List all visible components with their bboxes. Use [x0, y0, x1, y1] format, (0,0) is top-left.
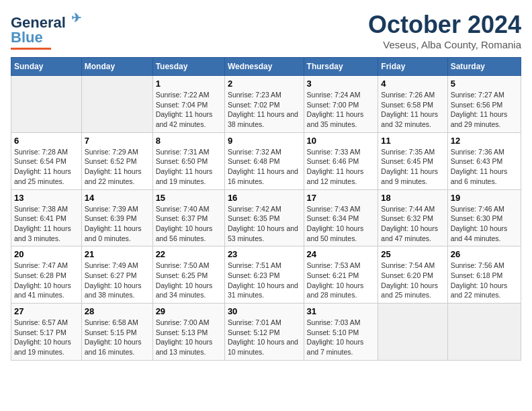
day-number: 24: [307, 249, 375, 259]
day-number: 15: [156, 193, 222, 203]
calendar-cell: 24 Sunrise: 7:53 AMSunset: 6:21 PMDaylig…: [304, 246, 378, 304]
calendar-cell: 7 Sunrise: 7:29 AMSunset: 6:52 PMDayligh…: [81, 132, 152, 189]
calendar-cell: 9 Sunrise: 7:32 AMSunset: 6:48 PMDayligh…: [224, 132, 304, 189]
day-detail: Sunrise: 7:42 AMSunset: 6:35 PMDaylight:…: [228, 204, 301, 244]
day-detail: Sunrise: 7:24 AMSunset: 7:00 PMDaylight:…: [307, 90, 375, 130]
day-number: 1: [156, 79, 222, 89]
calendar-cell: 14 Sunrise: 7:39 AMSunset: 6:39 PMDaylig…: [81, 189, 152, 246]
calendar-cell: 13 Sunrise: 7:38 AMSunset: 6:41 PMDaylig…: [11, 189, 82, 246]
calendar-cell: 25 Sunrise: 7:54 AMSunset: 6:20 PMDaylig…: [378, 246, 447, 304]
day-number: 11: [381, 136, 444, 146]
calendar-week-row: 20 Sunrise: 7:47 AMSunset: 6:28 PMDaylig…: [11, 246, 521, 304]
day-detail: Sunrise: 7:51 AMSunset: 6:23 PMDaylight:…: [228, 261, 301, 300]
calendar-cell: 23 Sunrise: 7:51 AMSunset: 6:23 PMDaylig…: [224, 246, 304, 304]
calendar-cell: 29 Sunrise: 7:00 AMSunset: 5:13 PMDaylig…: [152, 304, 224, 361]
location: Veseus, Alba County, Romania: [368, 39, 521, 50]
weekday-header-friday: Friday: [378, 58, 447, 76]
day-number: 5: [451, 79, 518, 89]
day-detail: Sunrise: 7:54 AMSunset: 6:20 PMDaylight:…: [381, 261, 444, 300]
day-number: 28: [85, 306, 150, 316]
calendar-cell: 21 Sunrise: 7:49 AMSunset: 6:27 PMDaylig…: [81, 246, 152, 304]
calendar-cell: 16 Sunrise: 7:42 AMSunset: 6:35 PMDaylig…: [224, 189, 304, 246]
day-number: 8: [156, 136, 222, 146]
title-section: October 2024 Veseus, Alba County, Romani…: [368, 11, 521, 50]
day-number: 4: [381, 79, 444, 89]
calendar-cell: [11, 76, 82, 133]
calendar-cell: 3 Sunrise: 7:24 AMSunset: 7:00 PMDayligh…: [304, 76, 378, 133]
calendar-week-row: 6 Sunrise: 7:28 AMSunset: 6:54 PMDayligh…: [11, 132, 521, 189]
calendar-cell: 26 Sunrise: 7:56 AMSunset: 6:18 PMDaylig…: [447, 246, 521, 304]
calendar-cell: 20 Sunrise: 7:47 AMSunset: 6:28 PMDaylig…: [11, 246, 82, 304]
weekday-header-wednesday: Wednesday: [224, 58, 304, 76]
day-detail: Sunrise: 7:03 AMSunset: 5:10 PMDaylight:…: [307, 318, 375, 357]
calendar-cell: 1 Sunrise: 7:22 AMSunset: 7:04 PMDayligh…: [152, 76, 224, 133]
logo-blue: Blue: [11, 29, 43, 46]
day-number: 14: [85, 193, 150, 203]
calendar-cell: [378, 304, 447, 361]
day-detail: Sunrise: 7:40 AMSunset: 6:37 PMDaylight:…: [156, 204, 222, 244]
day-number: 25: [381, 249, 444, 259]
calendar-cell: 5 Sunrise: 7:27 AMSunset: 6:56 PMDayligh…: [447, 76, 521, 133]
day-detail: Sunrise: 7:53 AMSunset: 6:21 PMDaylight:…: [307, 261, 375, 300]
day-detail: Sunrise: 7:33 AMSunset: 6:46 PMDaylight:…: [307, 147, 375, 187]
calendar-cell: 19 Sunrise: 7:46 AMSunset: 6:30 PMDaylig…: [447, 189, 521, 246]
calendar-cell: 11 Sunrise: 7:35 AMSunset: 6:45 PMDaylig…: [378, 132, 447, 189]
day-detail: Sunrise: 7:23 AMSunset: 7:02 PMDaylight:…: [228, 90, 301, 130]
day-number: 17: [307, 193, 375, 203]
weekday-header-thursday: Thursday: [304, 58, 378, 76]
day-number: 7: [85, 136, 150, 146]
day-detail: Sunrise: 7:43 AMSunset: 6:34 PMDaylight:…: [307, 204, 375, 244]
month-title: October 2024: [368, 11, 521, 39]
calendar-week-row: 1 Sunrise: 7:22 AMSunset: 7:04 PMDayligh…: [11, 76, 521, 133]
calendar-cell: [447, 304, 521, 361]
day-detail: Sunrise: 7:00 AMSunset: 5:13 PMDaylight:…: [156, 318, 222, 357]
weekday-header-sunday: Sunday: [11, 58, 82, 76]
calendar-week-row: 27 Sunrise: 6:57 AMSunset: 5:17 PMDaylig…: [11, 304, 521, 361]
logo-underline: [11, 48, 51, 50]
day-number: 6: [14, 136, 79, 146]
day-detail: Sunrise: 7:39 AMSunset: 6:39 PMDaylight:…: [85, 204, 150, 244]
day-number: 23: [228, 249, 301, 259]
calendar-table: SundayMondayTuesdayWednesdayThursdayFrid…: [11, 57, 521, 361]
day-detail: Sunrise: 7:35 AMSunset: 6:45 PMDaylight:…: [381, 147, 444, 187]
day-number: 2: [228, 79, 301, 89]
page-header: General ✈ Blue October 2024 Veseus, Alba…: [11, 11, 521, 50]
day-detail: Sunrise: 6:57 AMSunset: 5:17 PMDaylight:…: [14, 318, 79, 357]
day-number: 29: [156, 306, 222, 316]
day-detail: Sunrise: 7:49 AMSunset: 6:27 PMDaylight:…: [85, 261, 150, 300]
calendar-cell: 2 Sunrise: 7:23 AMSunset: 7:02 PMDayligh…: [224, 76, 304, 133]
day-number: 18: [381, 193, 444, 203]
day-detail: Sunrise: 6:58 AMSunset: 5:15 PMDaylight:…: [85, 318, 150, 357]
calendar-header-row: SundayMondayTuesdayWednesdayThursdayFrid…: [11, 58, 521, 76]
weekday-header-saturday: Saturday: [447, 58, 521, 76]
day-detail: Sunrise: 7:46 AMSunset: 6:30 PMDaylight:…: [451, 204, 518, 244]
calendar-cell: 22 Sunrise: 7:50 AMSunset: 6:25 PMDaylig…: [152, 246, 224, 304]
day-number: 10: [307, 136, 375, 146]
day-number: 19: [451, 193, 518, 203]
logo: General ✈ Blue: [11, 11, 81, 50]
day-number: 21: [85, 249, 150, 259]
day-number: 20: [14, 249, 79, 259]
day-number: 30: [228, 306, 301, 316]
day-detail: Sunrise: 7:56 AMSunset: 6:18 PMDaylight:…: [451, 261, 518, 300]
day-number: 9: [228, 136, 301, 146]
weekday-header-monday: Monday: [81, 58, 152, 76]
day-number: 16: [228, 193, 301, 203]
calendar-cell: 8 Sunrise: 7:31 AMSunset: 6:50 PMDayligh…: [152, 132, 224, 189]
weekday-header-tuesday: Tuesday: [152, 58, 224, 76]
calendar-cell: 10 Sunrise: 7:33 AMSunset: 6:46 PMDaylig…: [304, 132, 378, 189]
day-detail: Sunrise: 7:28 AMSunset: 6:54 PMDaylight:…: [14, 147, 79, 187]
calendar-cell: 18 Sunrise: 7:44 AMSunset: 6:32 PMDaylig…: [378, 189, 447, 246]
day-detail: Sunrise: 7:22 AMSunset: 7:04 PMDaylight:…: [156, 90, 222, 130]
day-number: 26: [451, 249, 518, 259]
calendar-week-row: 13 Sunrise: 7:38 AMSunset: 6:41 PMDaylig…: [11, 189, 521, 246]
calendar-cell: 31 Sunrise: 7:03 AMSunset: 5:10 PMDaylig…: [304, 304, 378, 361]
day-detail: Sunrise: 7:29 AMSunset: 6:52 PMDaylight:…: [85, 147, 150, 187]
day-detail: Sunrise: 7:47 AMSunset: 6:28 PMDaylight:…: [14, 261, 79, 300]
calendar-cell: 30 Sunrise: 7:01 AMSunset: 5:12 PMDaylig…: [224, 304, 304, 361]
day-detail: Sunrise: 7:32 AMSunset: 6:48 PMDaylight:…: [228, 147, 301, 187]
day-detail: Sunrise: 7:44 AMSunset: 6:32 PMDaylight:…: [381, 204, 444, 244]
day-detail: Sunrise: 7:26 AMSunset: 6:58 PMDaylight:…: [381, 90, 444, 130]
calendar-cell: 17 Sunrise: 7:43 AMSunset: 6:34 PMDaylig…: [304, 189, 378, 246]
calendar-cell: 27 Sunrise: 6:57 AMSunset: 5:17 PMDaylig…: [11, 304, 82, 361]
